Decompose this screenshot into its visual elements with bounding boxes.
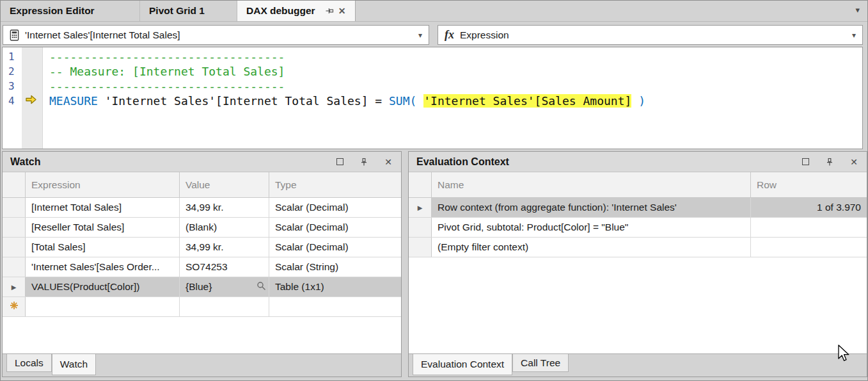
measure-selector-combobox[interactable]: 'Internet Sales'[Internet Total Sales] ▾ [3, 25, 429, 45]
watch-panel-tabstrip: Locals Watch [3, 353, 401, 377]
calculator-icon [9, 29, 20, 42]
row-header-cell [409, 172, 432, 197]
tab-expression-editor[interactable]: Expression Editor [1, 1, 140, 21]
panel-title: Evaluation Context [416, 156, 509, 168]
document-tabstrip: Expression Editor Pivot Grid 1 DAX debug… [1, 1, 867, 22]
magnifier-icon[interactable] [256, 281, 266, 293]
expression-selector-combobox[interactable]: fx Expression ▾ [438, 25, 863, 45]
tab-label: DAX debugger [246, 5, 315, 17]
evaluation-context-titlebar: Evaluation Context ✕ [409, 152, 867, 172]
selector-row: 'Internet Sales'[Internet Total Sales] ▾… [1, 22, 867, 47]
evaluation-row[interactable]: Pivot Grid, subtotal: Product[Color] = "… [409, 218, 867, 238]
tab-evaluation-context[interactable]: Evaluation Context [413, 354, 512, 375]
highlighted-expression: 'Internet Sales'[Sales Amount] [423, 94, 631, 108]
mouse-cursor-icon [837, 345, 853, 366]
pin-icon[interactable] [323, 4, 336, 17]
watch-panel: Watch ✕ Expression Value Type [Inte [2, 151, 402, 377]
column-header-value[interactable]: Value [180, 172, 269, 197]
watch-row[interactable]: [Reseller Total Sales] (Blank) Scalar (D… [3, 218, 401, 238]
code-line-4: MEASURE 'Internet Sales'[Internet Total … [49, 93, 862, 108]
code-line-3: ---------------------------------- [49, 79, 862, 93]
watch-row[interactable]: [Internet Total Sales] 34,99 kr. Scalar … [3, 198, 401, 218]
code-line-2: -- Measure: [Internet Total Sales] [49, 64, 862, 79]
tab-label: Pivot Grid 1 [149, 5, 205, 17]
close-icon[interactable]: ✕ [383, 157, 393, 167]
tab-dax-debugger[interactable]: DAX debugger ✕ [237, 1, 356, 21]
tab-locals[interactable]: Locals [6, 354, 52, 372]
breakpoint-margin[interactable] [22, 47, 43, 149]
watch-grid: Expression Value Type [Internet Total Sa… [3, 172, 401, 353]
code-area[interactable]: ---------------------------------- -- Me… [43, 47, 862, 149]
expression-selector-value: Expression [460, 29, 509, 41]
code-line-1: ---------------------------------- [49, 49, 862, 64]
watch-row[interactable]: 'Internet Sales'[Sales Order... SO74253 … [3, 257, 401, 277]
measure-selector-value: 'Internet Sales'[Internet Total Sales] [25, 29, 180, 41]
new-row-star-icon [10, 301, 19, 312]
column-header-name[interactable]: Name [432, 172, 751, 197]
maximize-icon[interactable] [800, 157, 810, 167]
watch-titlebar: Watch ✕ [3, 152, 401, 172]
watch-row-selected[interactable]: ▶ VALUES(Product[Color]) {Blue} Table (1… [3, 277, 401, 297]
evaluation-panel-tabstrip: Evaluation Context Call Tree [409, 353, 867, 377]
current-line-arrow-icon [25, 94, 37, 108]
column-header-type[interactable]: Type [269, 172, 401, 197]
row-header-cell [3, 172, 26, 197]
pin-icon[interactable] [359, 157, 369, 167]
dax-code-editor[interactable]: 1 2 3 4 --------------------------------… [2, 47, 863, 149]
watch-new-row[interactable] [3, 297, 401, 317]
chevron-down-icon[interactable]: ▾ [418, 31, 422, 40]
line-number-gutter: 1 2 3 4 [3, 47, 22, 149]
pin-icon[interactable] [825, 157, 835, 167]
panel-title: Watch [10, 156, 40, 168]
tab-call-tree[interactable]: Call Tree [512, 354, 569, 372]
evaluation-context-grid: Name Row ▶ Row context (from aggregate f… [409, 172, 867, 353]
current-row-indicator-icon: ▶ [12, 284, 17, 291]
line-number: 4 [3, 93, 22, 108]
close-icon[interactable]: ✕ [336, 4, 349, 17]
tab-watch[interactable]: Watch [52, 354, 96, 375]
chevron-down-icon[interactable]: ▾ [852, 31, 856, 40]
column-header-row[interactable]: Row [751, 172, 867, 197]
column-header-expression[interactable]: Expression [26, 172, 180, 197]
dax-debugger-window: Expression Editor Pivot Grid 1 DAX debug… [0, 0, 868, 381]
line-number: 2 [3, 64, 22, 79]
maximize-icon[interactable] [335, 157, 345, 167]
tab-overflow-chevron-icon[interactable]: ▾ [855, 5, 860, 15]
close-icon[interactable]: ✕ [849, 157, 859, 167]
current-row-indicator-icon: ▶ [418, 204, 423, 211]
line-number: 3 [3, 79, 22, 93]
evaluation-row[interactable]: (Empty filter context) [409, 238, 867, 257]
watch-row[interactable]: [Total Sales] 34,99 kr. Scalar (Decimal) [3, 238, 401, 257]
fx-icon: fx [445, 28, 454, 42]
line-number: 1 [3, 49, 22, 64]
evaluation-context-panel: Evaluation Context ✕ Name Row ▶ [408, 151, 867, 377]
tab-label: Expression Editor [10, 5, 95, 17]
watch-header-row: Expression Value Type [3, 172, 401, 198]
evaluation-row-selected[interactable]: ▶ Row context (from aggregate function):… [409, 198, 867, 218]
evaluation-header-row: Name Row [409, 172, 867, 198]
tab-pivot-grid-1[interactable]: Pivot Grid 1 [140, 1, 237, 21]
